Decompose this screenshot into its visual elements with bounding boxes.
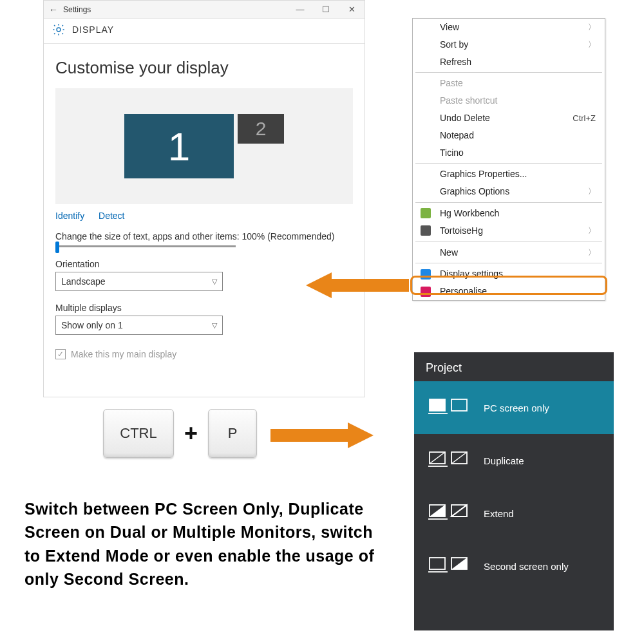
menu-item-label: Refresh	[440, 57, 471, 68]
orientation-label: Orientation	[55, 259, 353, 269]
menu-item-notepad[interactable]: Notepad	[413, 127, 605, 144]
menu-item-new[interactable]: New〉	[413, 244, 605, 261]
project-panel: Project PC screen onlyDuplicateExtendSec…	[414, 352, 614, 630]
orientation-value: Landscape	[61, 276, 106, 287]
menu-separator	[415, 242, 602, 242]
project-option-extend[interactable]: Extend	[414, 487, 614, 540]
menu-item-label: Notepad	[440, 130, 474, 141]
page-heading: Customise your display	[55, 58, 353, 78]
multiple-displays-value: Show only on 1	[61, 320, 123, 330]
menu-separator	[415, 72, 602, 73]
menu-item-label: Display settings	[440, 269, 503, 279]
section-header: DISPLAY	[44, 19, 365, 44]
gear-icon	[52, 23, 66, 37]
plus-sign: +	[184, 420, 198, 447]
menu-shortcut: Ctrl+Z	[573, 113, 596, 124]
project-option-label: Second screen only	[484, 561, 569, 572]
svg-point-0	[57, 28, 61, 32]
project-mode-icon	[428, 554, 469, 578]
main-display-label: Make this my main display	[71, 349, 176, 359]
menu-item-label: Sort by	[440, 39, 468, 50]
close-button[interactable]: ✕	[339, 5, 365, 14]
menu-item-graphics-properties-[interactable]: Graphics Properties...	[413, 166, 605, 183]
project-option-second-screen-only[interactable]: Second screen only	[414, 540, 614, 592]
menu-item-display-settings[interactable]: Display settings	[413, 265, 605, 283]
project-title: Project	[414, 352, 614, 381]
ctrl-key: CTRL	[103, 409, 174, 458]
menu-item-label: TortoiseHg	[440, 225, 483, 236]
hg-icon	[421, 208, 431, 218]
menu-item-label: New	[440, 247, 458, 258]
menu-item-paste: Paste	[413, 75, 605, 92]
menu-item-graphics-options[interactable]: Graphics Options〉	[413, 183, 605, 200]
project-option-label: Duplicate	[484, 455, 524, 466]
menu-item-refresh[interactable]: Refresh	[413, 53, 605, 71]
project-mode-icon	[428, 448, 469, 473]
window-title: Settings	[63, 5, 287, 14]
monitor-preview[interactable]: 1 2	[55, 88, 353, 204]
keyboard-shortcut: CTRL + P	[103, 409, 257, 458]
menu-item-label: Graphics Properties...	[440, 169, 527, 180]
section-title: DISPLAY	[72, 24, 114, 35]
monitor-2[interactable]: 2	[238, 114, 284, 144]
multiple-displays-label: Multiple displays	[55, 303, 353, 313]
svg-marker-2	[270, 422, 374, 448]
menu-item-label: View	[440, 22, 459, 33]
monitor-1[interactable]: 1	[124, 114, 234, 178]
chevron-right-icon: 〉	[588, 23, 596, 32]
menu-item-label: Undo Delete	[440, 113, 490, 124]
svg-rect-4	[451, 399, 467, 411]
menu-item-label: Hg Workbench	[440, 208, 499, 219]
menu-item-label: Paste shortcut	[440, 95, 498, 106]
caption-text: Switch between PC Screen Only, Duplicate…	[24, 497, 385, 591]
back-button[interactable]: ←	[44, 5, 63, 15]
project-mode-icon	[428, 501, 469, 526]
minimize-button[interactable]: —	[287, 5, 313, 14]
chevron-right-icon: 〉	[588, 248, 596, 257]
svg-rect-9	[430, 558, 445, 569]
menu-item-undo-delete[interactable]: Undo DeleteCtrl+Z	[413, 109, 605, 127]
menu-item-personalise[interactable]: Personalise	[413, 283, 605, 300]
menu-item-label: Graphics Options	[440, 186, 509, 197]
chevron-down-icon: ▽	[212, 278, 217, 286]
desktop-context-menu: View〉Sort by〉RefreshPastePaste shortcutU…	[412, 18, 605, 301]
checkbox-icon[interactable]: ✓	[55, 349, 66, 359]
tortoise-icon	[421, 225, 431, 236]
detect-link[interactable]: Detect	[99, 211, 124, 221]
menu-item-label: Ticino	[440, 147, 464, 158]
menu-item-ticino[interactable]: Ticino	[413, 144, 605, 162]
menu-item-tortoisehg[interactable]: TortoiseHg〉	[413, 222, 605, 240]
chevron-down-icon: ▽	[212, 321, 217, 330]
menu-item-hg-workbench[interactable]: Hg Workbench	[413, 205, 605, 222]
menu-separator	[415, 202, 602, 203]
window-titlebar: ← Settings — ☐ ✕	[44, 1, 365, 19]
menu-item-view[interactable]: View〉	[413, 19, 605, 36]
display-icon	[421, 269, 431, 279]
multiple-displays-dropdown[interactable]: Show only on 1 ▽	[55, 316, 223, 335]
project-option-label: PC screen only	[484, 402, 549, 413]
project-option-pc-screen-only[interactable]: PC screen only	[414, 381, 614, 434]
svg-rect-3	[430, 399, 445, 411]
project-option-duplicate[interactable]: Duplicate	[414, 434, 614, 487]
main-display-checkbox-row[interactable]: ✓ Make this my main display	[55, 349, 353, 359]
p-key: P	[208, 409, 257, 458]
menu-item-sort-by[interactable]: Sort by〉	[413, 36, 605, 53]
personalise-icon	[421, 287, 431, 297]
scale-slider[interactable]	[55, 245, 236, 247]
menu-separator	[415, 163, 602, 164]
maximize-button[interactable]: ☐	[313, 5, 339, 14]
chevron-right-icon: 〉	[588, 226, 596, 235]
menu-item-paste-shortcut: Paste shortcut	[413, 92, 605, 109]
arrow-right-icon	[270, 421, 374, 450]
slider-thumb[interactable]	[55, 242, 59, 253]
project-option-label: Extend	[484, 508, 514, 519]
identify-link[interactable]: Identify	[55, 211, 84, 221]
orientation-dropdown[interactable]: Landscape ▽	[55, 272, 223, 291]
menu-item-label: Paste	[440, 78, 463, 89]
project-mode-icon	[428, 395, 469, 420]
chevron-right-icon: 〉	[588, 187, 596, 196]
settings-window: ← Settings — ☐ ✕ DISPLAY Customise your …	[43, 0, 365, 397]
menu-item-label: Personalise	[440, 286, 487, 297]
chevron-right-icon: 〉	[588, 40, 596, 49]
scale-label: Change the size of text, apps and other …	[55, 231, 353, 242]
